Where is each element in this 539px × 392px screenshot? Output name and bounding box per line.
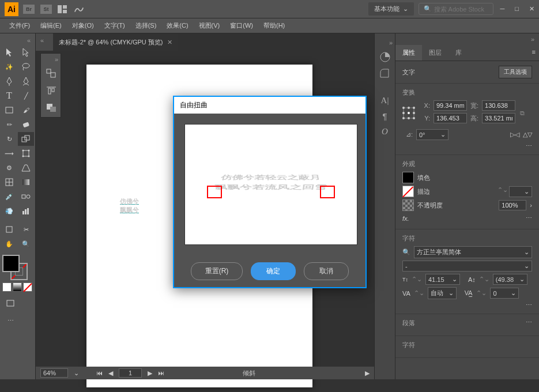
kerning-input[interactable]: 自动⌄ [428,287,457,299]
cancel-button[interactable]: 取消 [304,262,349,280]
character-panel-icon[interactable]: A| [381,96,389,105]
arrange-docs-icon[interactable] [58,4,68,14]
nav-next-icon[interactable]: ▶ [148,370,152,377]
page-input[interactable] [119,368,142,378]
font-family-select[interactable]: 方正兰亭黑简体⌄ [414,246,532,258]
distort-handle-right[interactable] [320,186,335,198]
leading-input[interactable]: (49.38⌄ [493,274,527,285]
tracking-input[interactable]: 0⌄ [490,288,519,299]
opacity-input[interactable] [499,200,526,210]
tracking-stepper[interactable]: ⌃⌄ [476,289,487,297]
ok-button[interactable]: 确定 [251,262,296,280]
minimize-button[interactable]: ─ [500,5,505,13]
screen-mode-normal[interactable] [2,296,18,310]
rotate-tool[interactable]: ↻ [1,132,17,146]
pen-tool[interactable] [1,74,17,88]
width-input[interactable] [482,100,515,111]
x-input[interactable] [434,100,467,111]
close-tab-icon[interactable]: ✕ [167,39,172,46]
stock-search[interactable]: 🔍 [419,3,493,15]
fill-color-swatch[interactable] [402,172,414,183]
symbol-sprayer-tool[interactable]: 💨 [1,204,17,218]
size-stepper[interactable]: ⌃⌄ [412,276,422,283]
reset-button[interactable]: 重置(R) [191,262,243,280]
swatches-panel-icon[interactable] [379,68,391,78]
rectangle-tool[interactable] [1,103,17,117]
kerning-stepper[interactable]: ⌃⌄ [414,289,424,297]
tool-options-button[interactable]: 工具选项 [499,66,532,78]
flip-vertical-icon[interactable]: △▽ [523,131,532,138]
distort-handle-left[interactable] [207,186,222,198]
menu-view[interactable]: 视图(V) [194,19,225,32]
paragraph-panel-icon[interactable]: ¶ [382,111,387,121]
stroke-weight-stepper[interactable]: ⌃⌄ [497,186,508,197]
opentype-panel-icon[interactable]: O [382,127,388,137]
fill-stroke-indicator[interactable] [2,255,31,280]
color-mode-gradient[interactable] [13,282,22,292]
perspective-tool[interactable] [18,161,34,175]
fill-swatch[interactable] [2,255,20,272]
nav-prev-icon[interactable]: ◀ [108,370,113,377]
workspace-switcher[interactable]: 基本功能 ⌄ [368,2,414,16]
bridge-icon[interactable]: Br [23,5,35,14]
magic-wand-tool[interactable]: ✨ [1,60,17,74]
column-graph-tool[interactable] [18,204,34,218]
maximize-button[interactable]: □ [515,5,519,13]
status-arrow-icon[interactable]: ▶ [365,370,370,377]
doc-collapse-icon[interactable]: « [40,37,44,44]
eyedropper-tool[interactable]: 💉 [1,190,17,203]
leading-stepper[interactable]: ⌃⌄ [479,276,489,283]
stroke-color-swatch[interactable] [402,186,414,197]
curvature-tool[interactable] [18,74,34,88]
direct-selection-tool[interactable] [18,46,34,59]
paintbrush-tool[interactable]: 🖌 [18,103,34,117]
gradient-tool[interactable] [18,175,34,189]
constrain-proportions-icon[interactable]: ⧉ [520,110,525,117]
nav-last-icon[interactable]: ⏭ [158,370,164,376]
flip-horizontal-icon[interactable]: ▷◁ [510,131,519,138]
color-mode-solid[interactable] [2,282,12,292]
zoom-input[interactable] [40,368,68,378]
opacity-swatch[interactable] [402,199,414,211]
angle-input[interactable]: 0°⌄ [416,129,448,140]
scale-tool[interactable] [18,132,34,146]
search-font-icon[interactable]: 🔍 [402,248,410,256]
stroke-weight-input[interactable]: ⌄ [509,186,532,197]
strip-expand-icon[interactable]: » [389,39,393,46]
align-icon[interactable] [43,84,59,97]
blend-tool[interactable] [18,190,34,203]
slice-tool[interactable]: ✂ [18,223,34,236]
tab-libraries[interactable]: 库 [448,45,469,61]
type-tool[interactable]: T [1,89,17,103]
menu-select[interactable]: 选择(S) [131,19,161,32]
menu-effect[interactable]: 效果(C) [162,19,193,32]
opacity-arrow-icon[interactable]: › [530,202,532,209]
font-size-input[interactable]: 41.15 ⌄ [425,274,460,285]
tab-layers[interactable]: 图层 [422,45,448,61]
reference-point-icon[interactable] [402,107,415,119]
paragraph-more-icon[interactable]: ⋯ [526,319,532,331]
menu-edit[interactable]: 编辑(E) [36,19,66,32]
shape-builder-tool[interactable]: ⚙ [1,161,17,175]
document-tab[interactable]: 未标题-2* @ 64% (CMYK/GPU 预览) ✕ [53,33,178,51]
panel-menu-icon[interactable]: ≡ [529,45,539,61]
lasso-tool[interactable] [18,60,34,74]
close-button[interactable]: ✕ [529,5,534,13]
width-tool[interactable]: ⟿ [1,146,17,160]
tools-collapse-icon[interactable]: « [1,36,34,45]
menu-help[interactable]: 帮助(H) [259,19,289,32]
tab-properties[interactable]: 属性 [395,45,422,61]
mesh-tool[interactable] [1,175,17,189]
y-input[interactable] [434,113,467,123]
shaper-tool[interactable]: ✏ [1,118,17,131]
stock-search-input[interactable] [434,6,488,13]
line-tool[interactable]: ╱ [18,89,34,103]
hand-tool[interactable]: ✋ [1,237,17,251]
chevron-down-icon[interactable]: ⌄ [74,370,79,377]
flyout-collapse-icon[interactable]: » [43,56,58,63]
menu-file[interactable]: 文件(F) [5,19,35,32]
distort-preview[interactable]: 仿佛兮若轻云之蔽月 飘飘兮若流风之回雪 [184,124,357,245]
menu-window[interactable]: 窗口(W) [225,19,258,32]
transform-more-icon[interactable]: ⋯ [402,142,532,150]
free-transform-tool[interactable] [18,146,34,160]
